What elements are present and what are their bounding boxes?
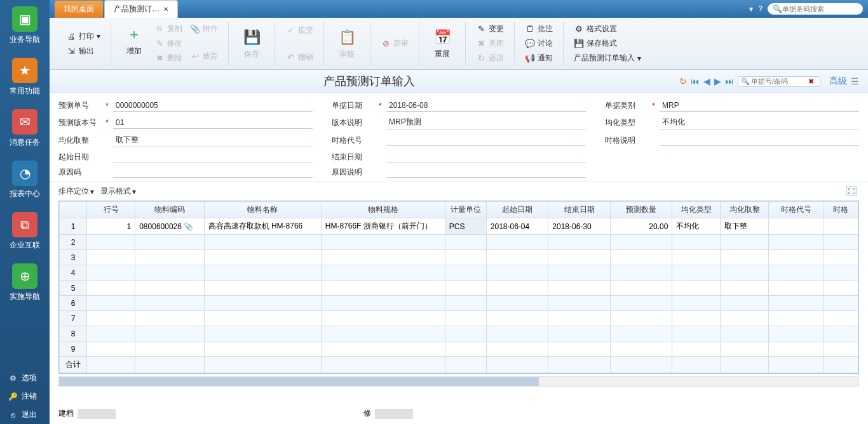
last-button[interactable]: ⏭	[725, 76, 734, 86]
col-period[interactable]: 时格代号	[769, 202, 824, 218]
horizontal-scrollbar[interactable]	[58, 376, 859, 387]
tab-current[interactable]: 产品预测订…✕	[104, 0, 178, 18]
next-button[interactable]: ▶	[714, 76, 721, 86]
save-button[interactable]: 💾保存	[235, 25, 268, 62]
close-doc-button[interactable]: ✖关闭	[472, 36, 508, 51]
avg-round-field[interactable]: 取下整	[113, 133, 313, 147]
compass-icon: ⊕	[12, 263, 37, 289]
print-button[interactable]: 🖨打印▾	[62, 29, 104, 44]
col-spec[interactable]: 物料规格	[321, 202, 445, 218]
reason-code-field[interactable]	[113, 166, 313, 178]
sidebar: ▣ 业务导航 ★ 常用功能 ✉ 消息任务 ◔ 报表中心 ⧉ 企业互联 ⊕ 实施导…	[0, 0, 50, 424]
col-period2[interactable]: 时格	[824, 202, 858, 218]
sidebar-options[interactable]: ⚙选项	[0, 369, 50, 387]
discard-button[interactable]: ↩放弃	[186, 49, 222, 63]
attach-button[interactable]: 📎附件	[186, 22, 222, 36]
notify-icon: 📢	[525, 53, 535, 63]
table-row[interactable]: 8	[60, 326, 858, 341]
col-rownum[interactable]	[60, 202, 87, 218]
recall-button[interactable]: ↶撤销	[281, 50, 317, 65]
col-code[interactable]: 物料编码	[135, 202, 204, 218]
clear-icon[interactable]: ✖	[808, 77, 814, 86]
avg-type-field[interactable]: 不均化	[660, 116, 859, 129]
table-row[interactable]: 4	[60, 265, 858, 281]
reason-desc-field[interactable]	[386, 166, 586, 178]
export-button[interactable]: ⇲输出	[62, 44, 104, 58]
table-row[interactable]: 9	[60, 341, 858, 357]
advanced-link[interactable]: 高级	[829, 76, 847, 87]
table-row[interactable]: 2	[60, 235, 858, 250]
save-format-button[interactable]: 💾保存格式	[570, 36, 645, 51]
top-search[interactable]: 🔍	[768, 3, 863, 15]
table-row[interactable]: 7	[60, 311, 858, 326]
refresh-button[interactable]: ↻	[679, 76, 687, 86]
period-code-field[interactable]	[386, 135, 586, 146]
discuss-button[interactable]: 💬讨论	[521, 36, 557, 51]
ribbon: 🖨打印▾ ⇲输出 ＋增加 ⎘复制 ✎修改 ✖删除 📎附件 ↩放弃 💾保存	[50, 18, 868, 70]
ver-no-field[interactable]: 01	[113, 117, 313, 129]
sort-dropdown[interactable]: 排序定位 ▾	[58, 186, 94, 197]
inline-search[interactable]: 🔍 ✖	[738, 76, 820, 87]
col-name[interactable]: 物料名称	[204, 202, 321, 218]
doc-date-field[interactable]: 2018-06-08	[386, 100, 586, 112]
note-icon: 🗒	[525, 24, 535, 34]
col-avgtype[interactable]: 均化类型	[672, 202, 721, 218]
sidebar-item-label: 退出	[22, 409, 37, 420]
change-button[interactable]: ✎变更	[472, 22, 508, 36]
period-desc-field[interactable]	[660, 135, 859, 146]
reject-button[interactable]: ⊘弃审	[377, 36, 412, 51]
end-date-field[interactable]	[386, 151, 586, 162]
calendar-icon: 📅	[432, 27, 452, 48]
restore-button[interactable]: ↻还原	[472, 51, 508, 65]
table-row[interactable]: 6	[60, 296, 858, 311]
audit-button[interactable]: 📋审核	[330, 25, 363, 62]
prev-button[interactable]: ◀	[703, 76, 710, 86]
print-icon: 🖨	[66, 31, 76, 41]
ver-desc-field[interactable]: MRP预测	[386, 116, 586, 129]
first-button[interactable]: ⏮	[691, 76, 700, 86]
sidebar-item-biz-nav[interactable]: ▣ 业务导航	[0, 0, 50, 51]
format-dropdown[interactable]: 显示格式 ▾	[100, 186, 136, 197]
col-uom[interactable]: 计量单位	[445, 202, 486, 218]
btn-label: 批注	[538, 23, 553, 34]
top-search-input[interactable]	[782, 5, 858, 13]
btn-label: 修改	[167, 38, 182, 49]
table-row[interactable]: 3	[60, 250, 858, 265]
sidebar-logout[interactable]: 🔑注销	[0, 387, 50, 406]
col-qty[interactable]: 预测数量	[610, 202, 672, 218]
modify-button[interactable]: ✎修改	[151, 36, 186, 51]
doc-type-field[interactable]: MRP	[660, 100, 859, 112]
col-start[interactable]: 起始日期	[486, 202, 548, 218]
copy-button[interactable]: ⎘复制	[151, 22, 186, 36]
inline-search-input[interactable]	[751, 77, 808, 85]
col-avground[interactable]: 均化取整	[721, 202, 769, 218]
sidebar-item-messages[interactable]: ✉ 消息任务	[0, 103, 50, 154]
add-button[interactable]: ＋增加	[118, 22, 151, 65]
dropdown-icon[interactable]: ▾	[749, 4, 753, 13]
order-no-field[interactable]: 0000000005	[113, 100, 313, 112]
tab-desktop[interactable]: 我的桌面	[55, 1, 103, 18]
sidebar-item-enterprise[interactable]: ⧉ 企业互联	[0, 206, 50, 257]
notify-button[interactable]: 📢通知	[521, 51, 557, 65]
btn-label: 讨论	[538, 38, 553, 49]
col-line[interactable]: 行号	[87, 202, 135, 218]
note-button[interactable]: 🗒批注	[521, 22, 557, 36]
sidebar-exit[interactable]: ⎋退出	[0, 406, 50, 424]
close-icon[interactable]: ✕	[163, 6, 168, 13]
submit-button[interactable]: ✓提交	[281, 23, 317, 37]
format-settings-button[interactable]: ⚙格式设置	[570, 22, 645, 36]
sidebar-item-implement[interactable]: ⊕ 实施导航	[0, 257, 50, 308]
list-icon[interactable]: ☰	[851, 76, 859, 86]
sidebar-item-common[interactable]: ★ 常用功能	[0, 51, 50, 103]
table-row[interactable]: 110800600026 📎高容高速存取款机 HM-8766HM-8766F 浙…	[60, 218, 858, 235]
delete-button[interactable]: ✖删除	[151, 51, 186, 65]
more-dropdown[interactable]: 产品预测订单输入▾	[570, 51, 645, 65]
sidebar-item-reports[interactable]: ◔ 报表中心	[0, 154, 50, 206]
reexpand-button[interactable]: 📅重展	[426, 25, 459, 62]
table-row[interactable]: 5	[60, 281, 858, 296]
save-format-icon: 💾	[574, 39, 584, 49]
start-date-field[interactable]	[113, 151, 313, 162]
expand-button[interactable]: ⛶	[846, 186, 857, 196]
help-icon[interactable]: ?	[758, 4, 763, 13]
col-end[interactable]: 结束日期	[548, 202, 611, 218]
